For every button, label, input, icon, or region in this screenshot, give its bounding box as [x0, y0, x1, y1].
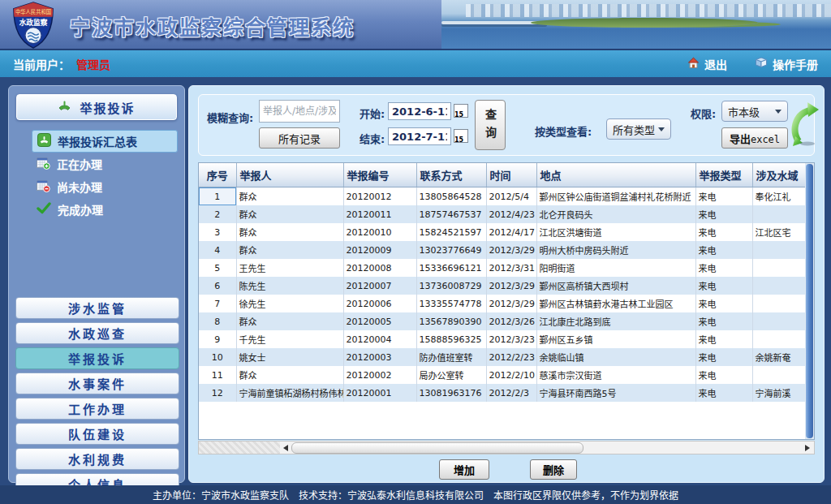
table-cell[interactable]: 20120006 — [343, 295, 416, 312]
table-cell[interactable]: 18757467537 — [416, 205, 486, 223]
table-vertical-scrollbar[interactable] — [805, 163, 814, 439]
table-cell[interactable]: 慈溪市宗汉街道 — [536, 366, 695, 384]
table-cell[interactable]: 姚女士 — [236, 348, 343, 366]
table-cell[interactable]: 9 — [199, 330, 236, 348]
scroll-right-arrow-icon[interactable] — [805, 445, 810, 451]
table-cell[interactable]: 来电 — [695, 312, 752, 330]
table-cell[interactable]: 阳明街道 — [536, 259, 695, 277]
table-cell[interactable]: 宁海前童镇柘湖杨村杨伟林 — [236, 384, 343, 402]
table-cell[interactable]: 7 — [199, 295, 236, 312]
vertical-scrollbar-thumb[interactable] — [806, 164, 813, 438]
table-cell[interactable]: 宁海县环南西路5号 — [536, 384, 695, 402]
table-cell[interactable]: 王先生 — [236, 259, 343, 277]
table-row[interactable]: 7徐先生20120006133355747782012/3/29鄞州区古林镇葑水… — [199, 295, 806, 312]
table-cell[interactable]: 来电 — [695, 277, 752, 295]
table-cell[interactable]: 3 — [199, 223, 236, 241]
table-cell[interactable]: 13736008729 — [416, 277, 486, 295]
table-row[interactable]: 1群众20120012138058645282012/5/4鄞州区钟公庙街道铜盆… — [199, 187, 806, 206]
table-cell[interactable]: 余姚新奄 — [752, 348, 806, 366]
table-cell[interactable]: 徐先生 — [236, 295, 343, 312]
logout-link[interactable]: 退出 — [687, 56, 727, 72]
table-cell[interactable]: 群众 — [236, 366, 343, 384]
start-date-input[interactable] — [388, 102, 451, 120]
table-cell[interactable] — [752, 259, 806, 277]
table-cell[interactable]: 来电 — [695, 295, 752, 312]
table-cell[interactable]: 15336696121 — [416, 259, 486, 277]
table-cell[interactable]: 20120010 — [343, 223, 416, 241]
table-cell[interactable]: 13805864528 — [416, 187, 486, 206]
table-cell[interactable]: 来电 — [695, 241, 752, 259]
table-cell[interactable] — [752, 330, 806, 348]
table-row[interactable]: 9千先生20120004158885963252012/3/23鄞州区五乡镇来电 — [199, 330, 806, 348]
permission-select[interactable]: 市本级 — [721, 101, 788, 122]
table-cell[interactable]: 江北康庄北路到底 — [536, 312, 695, 330]
table-cell[interactable]: 8 — [199, 312, 236, 330]
table-cell[interactable]: 6 — [199, 277, 236, 295]
sidebar-nav-water-cases[interactable]: 水事案件 — [15, 373, 179, 394]
table-cell[interactable] — [752, 295, 806, 312]
table-cell[interactable]: 1 — [199, 187, 236, 206]
end-date-input[interactable] — [388, 127, 451, 145]
column-header[interactable]: 序号 — [199, 163, 236, 187]
table-cell[interactable]: 20120008 — [343, 259, 416, 277]
refresh-arrow-icon[interactable] — [791, 101, 819, 148]
table-cell[interactable]: 15888596325 — [416, 330, 486, 348]
table-cell[interactable]: 2012/3/23 — [486, 330, 536, 348]
horizontal-scrollbar-thumb[interactable] — [291, 442, 583, 454]
table-row[interactable]: 6陈先生20120007137360087292012/3/29鄞州区高桥镇大西… — [199, 277, 806, 295]
table-cell[interactable]: 4 — [199, 241, 236, 259]
sidebar-nav-team-building[interactable]: 队伍建设 — [15, 423, 179, 445]
table-row[interactable]: 12宁海前童镇柘湖杨村杨伟林20120001130819631762012/2/… — [199, 384, 806, 402]
table-cell[interactable]: 来电 — [695, 384, 752, 402]
table-cell[interactable] — [752, 366, 806, 384]
table-cell[interactable]: 鄞州区五乡镇 — [536, 330, 695, 348]
table-cell[interactable]: 2012/3/29 — [486, 277, 536, 295]
table-cell[interactable]: 明州大桥中房码头附近 — [536, 241, 695, 259]
table-cell[interactable]: 2012/2/10 — [486, 366, 536, 384]
table-cell[interactable]: 鄞州区钟公庙街道铜盆浦村礼花桥附近 — [536, 187, 695, 206]
column-header[interactable]: 举报编号 — [343, 163, 416, 187]
table-cell[interactable]: 13567890390 — [416, 312, 486, 330]
scroll-left-arrow-icon[interactable] — [283, 445, 288, 451]
table-row[interactable]: 5王先生20120008153366961212012/3/31阳明街道来电 — [199, 259, 806, 277]
table-cell[interactable]: 局办公室转 — [416, 366, 486, 384]
table-cell[interactable]: 10 — [199, 348, 236, 366]
sidebar-nav-report-complaints[interactable]: 举报投诉 — [15, 347, 179, 369]
fuzzy-query-input[interactable] — [259, 100, 340, 123]
table-cell[interactable]: 来电 — [695, 223, 752, 241]
table-cell[interactable]: 20120003 — [343, 348, 416, 366]
sidebar-nav-water-supervision[interactable]: 涉水监管 — [15, 297, 179, 319]
table-cell[interactable] — [752, 205, 806, 223]
table-cell[interactable]: 5 — [199, 259, 236, 277]
table-cell[interactable]: 20120012 — [343, 187, 416, 206]
table-cell[interactable]: 鄞州区古林镇葑水港古林工业园区 — [536, 295, 695, 312]
table-cell[interactable]: 2012/3/29 — [486, 241, 536, 259]
sidebar-nav-water-fees[interactable]: 水利规费 — [15, 448, 179, 470]
table-cell[interactable]: 群众 — [236, 241, 343, 259]
table-row[interactable]: 8群众20120005135678903902012/3/26江北康庄北路到底来… — [199, 312, 806, 330]
table-cell[interactable]: 2012/5/4 — [486, 187, 536, 206]
table-cell[interactable]: 2012/3/26 — [486, 312, 536, 330]
table-row[interactable]: 11群众20120002局办公室转2012/2/10慈溪市宗汉街道来电 — [199, 366, 806, 384]
delete-button[interactable]: 删除 — [530, 459, 577, 480]
table-cell[interactable]: 群众 — [236, 187, 343, 206]
all-records-button[interactable]: 所有记录 — [259, 127, 340, 149]
table-cell[interactable]: 2012/4/17 — [486, 223, 536, 241]
sidebar-section-report-complaints[interactable]: 举报投诉 — [16, 94, 177, 120]
table-cell[interactable]: 15824521597 — [416, 223, 486, 241]
table-cell[interactable]: 群众 — [236, 223, 343, 241]
table-horizontal-scrollbar[interactable] — [198, 441, 815, 454]
table-cell[interactable]: 来电 — [695, 259, 752, 277]
table-cell[interactable]: 2012/4/23 — [486, 205, 536, 223]
table-cell[interactable]: 20120004 — [343, 330, 416, 348]
column-header[interactable]: 联系方式 — [416, 163, 486, 187]
manual-link[interactable]: 操作手册 — [755, 56, 818, 72]
table-cell[interactable]: 2012/3/31 — [486, 259, 536, 277]
table-cell[interactable]: 江北区洪塘街道 — [536, 223, 695, 241]
table-cell[interactable]: 2012/3/29 — [486, 295, 536, 312]
sidebar-item-completed[interactable]: 完成办理 — [32, 198, 178, 221]
table-cell[interactable]: 奉化江礼 — [752, 187, 806, 206]
column-header[interactable]: 时间 — [486, 163, 536, 187]
table-cell[interactable]: 防办值班室转 — [416, 348, 486, 366]
table-cell[interactable]: 陈先生 — [236, 277, 343, 295]
